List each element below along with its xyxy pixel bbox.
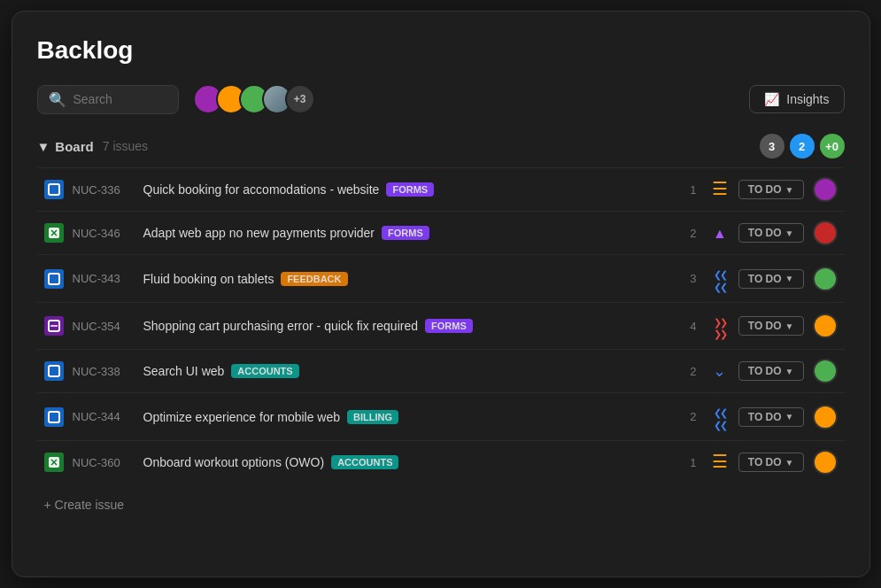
issue-number: 1 [685,456,701,469]
issue-tag[interactable]: FORMS [386,182,434,197]
status-badge[interactable]: TO DO ▼ [738,361,804,381]
svg-rect-2 [49,274,59,284]
issue-row[interactable]: NUC-354 Shopping cart purchasing error -… [37,302,845,349]
search-input[interactable] [73,92,167,106]
priority-icon[interactable]: ☰ [710,180,730,199]
badge-3: 3 [760,134,784,159]
priority-icon[interactable]: ❮❮❮❮ [710,264,730,293]
assignee-avatar[interactable] [813,267,838,291]
issue-title: Onboard workout options (OWO) ACCOUNTS [143,455,676,469]
assignee-avatar[interactable] [813,405,838,429]
search-box[interactable]: 🔍 [37,85,179,114]
issue-id: NUC-344 [73,410,135,423]
priority-icon[interactable]: ❯❯❯❯ [710,312,730,340]
search-icon: 🔍 [49,91,66,108]
issue-id: NUC-338 [73,365,135,378]
issue-title: Shopping cart purchasing error - quick f… [143,319,676,333]
status-badge[interactable]: TO DO ▼ [738,453,804,472]
assignee-avatar[interactable] [813,313,838,338]
assignee-avatar[interactable] [813,177,838,202]
status-badge[interactable]: TO DO ▼ [738,180,804,199]
status-badge[interactable]: TO DO ▼ [738,269,804,289]
issue-title: Adapt web app no new payments provider F… [143,226,676,240]
issue-row[interactable]: NUC-336 Quick booking for accomodations … [37,167,845,211]
chevron-icon: ▼ [37,139,50,154]
issue-row[interactable]: NUC-346 Adapt web app no new payments pr… [37,211,845,254]
issue-row[interactable]: NUC-360 Onboard workout options (OWO) AC… [37,440,845,484]
status-badge[interactable]: TO DO ▼ [738,223,804,243]
board-collapse-toggle[interactable]: ▼ Board [37,139,94,154]
issue-title: Fluid booking on tablets FEEDBACK [143,272,676,286]
badge-2: 2 [790,134,815,159]
issue-id: NUC-346 [73,227,135,240]
issue-id: NUC-343 [73,272,135,285]
badge-plus0: +0 [820,134,845,159]
issue-type-icon [44,316,64,336]
issue-id: NUC-336 [73,183,135,197]
issue-type-icon [44,453,64,472]
priority-icon[interactable]: ▲ [710,224,730,243]
avatar-group: +3 [193,84,315,114]
assignee-avatar[interactable] [813,450,838,475]
issues-count: 7 issues [103,139,148,153]
create-issue-button[interactable]: + Create issue [37,484,845,515]
app-window: Backlog 🔍 +3 📈 Insights ▼ Board 7 issues… [12,11,870,577]
priority-icon[interactable]: ☰ [710,453,730,472]
svg-rect-5 [49,366,59,376]
issue-id: NUC-360 [73,456,135,469]
issue-tag[interactable]: BILLING [347,410,398,424]
issue-number: 1 [685,183,701,197]
issue-type-icon [44,361,64,381]
insights-button[interactable]: 📈 Insights [749,85,844,113]
issue-row[interactable]: NUC-338 Search UI web ACCOUNTS 2 ⌄ TO DO… [37,349,845,392]
issue-type-icon [44,407,64,427]
avatar-more[interactable]: +3 [285,84,315,114]
issue-number: 2 [685,365,701,378]
toolbar: 🔍 +3 📈 Insights [37,84,845,114]
status-badge[interactable]: TO DO ▼ [738,407,804,427]
board-label-text: Board [55,139,93,154]
insights-chart-icon: 📈 [764,92,779,106]
issue-tag[interactable]: FORMS [382,226,429,240]
assignee-avatar[interactable] [813,359,838,383]
issue-number: 3 [685,272,701,285]
issue-row[interactable]: NUC-344 Optimize experience for mobile w… [37,392,845,440]
svg-rect-6 [49,412,59,422]
issue-tag[interactable]: ACCOUNTS [331,455,398,469]
issue-row[interactable]: NUC-343 Fluid booking on tablets FEEDBAC… [37,254,845,302]
issue-tag[interactable]: FEEDBACK [281,272,347,286]
issue-tag[interactable]: ACCOUNTS [231,364,298,378]
issue-type-icon [44,180,64,199]
issues-list: NUC-336 Quick booking for accomodations … [37,167,845,484]
issue-title: Quick booking for accomodations - websit… [143,182,676,197]
issue-type-icon [44,269,64,289]
priority-icon[interactable]: ❮❮❮❮ [710,402,730,431]
insights-label: Insights [786,92,829,106]
svg-rect-0 [49,184,59,195]
status-badge[interactable]: TO DO ▼ [738,316,804,336]
issue-id: NUC-354 [73,320,135,333]
priority-icon[interactable]: ⌄ [710,361,730,381]
issue-type-icon [44,223,64,243]
issue-number: 4 [685,320,701,333]
issue-number: 2 [685,410,701,423]
issue-title: Search UI web ACCOUNTS [143,364,676,378]
issue-number: 2 [685,227,701,240]
board-header: ▼ Board 7 issues 3 2 +0 [37,134,845,159]
create-issue-label: + Create issue [44,498,125,512]
issue-title: Optimize experience for mobile web BILLI… [143,410,676,424]
assignee-avatar[interactable] [813,220,838,245]
page-title: Backlog [37,36,845,65]
board-badges: 3 2 +0 [760,134,845,159]
issue-tag[interactable]: FORMS [425,319,473,333]
